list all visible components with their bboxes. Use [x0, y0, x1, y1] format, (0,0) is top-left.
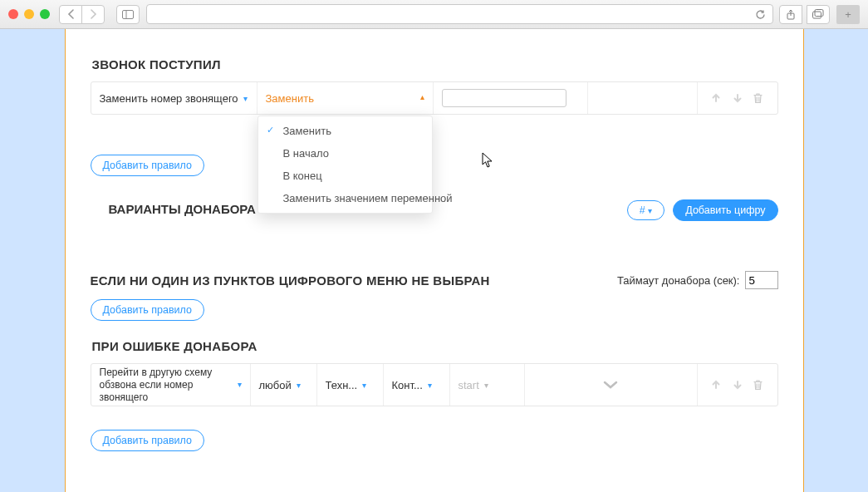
viewport: ЗВОНОК ПОСТУПИЛ Заменить номер звонящего… — [0, 29, 868, 492]
err-action-label: Перейти в другую схему обзвона если номе… — [100, 367, 233, 404]
move-up-button[interactable] — [706, 92, 727, 104]
dropdown-option-label: В начало — [283, 147, 329, 160]
section-incoming-title: ЗВОНОК ПОСТУПИЛ — [92, 57, 778, 71]
chevron-down-icon: ▾ — [428, 381, 432, 390]
dropdown-option[interactable]: Заменить значением переменной — [258, 187, 432, 209]
section-variants-title: ВАРИАНТЫ ДОНАБОРА — [109, 202, 256, 216]
timeout-label: Таймаут донабора (сек): — [617, 274, 740, 287]
rule-row-incoming: Заменить номер звонящего ▾ Заменить ▾ ✓ … — [91, 81, 778, 115]
err-p2-label: Конт... — [392, 379, 423, 391]
svg-rect-4 — [815, 10, 823, 17]
add-rule-button[interactable]: Добавить правило — [91, 430, 204, 451]
chevron-down-icon: ▾ — [243, 94, 248, 103]
rule-op-cell: Заменить ▾ ✓ Заменить В начало В конец — [257, 82, 434, 114]
arrow-up-icon — [710, 92, 722, 104]
arrow-down-icon — [732, 92, 743, 104]
dropdown-option[interactable]: В начало — [258, 142, 432, 165]
toolbar-right — [780, 5, 830, 24]
minimize-window-icon[interactable] — [24, 9, 34, 19]
section-error-title: ПРИ ОШИБКЕ ДОНАБОРА — [92, 339, 778, 353]
tabs-button[interactable] — [807, 5, 830, 24]
err-action-cell: Перейти в другую схему обзвона если номе… — [91, 364, 251, 406]
share-button[interactable] — [779, 5, 802, 24]
hash-label: # — [640, 204, 645, 216]
rule-op-label: Заменить — [266, 92, 314, 105]
rule-row-error: Перейти в другую схему обзвона если номе… — [91, 363, 778, 406]
trash-icon — [753, 92, 763, 104]
timeout-field: Таймаут донабора (сек): — [617, 271, 778, 289]
move-down-button[interactable] — [727, 92, 748, 104]
chevron-down-icon: ▾ — [362, 381, 366, 390]
err-p3-select[interactable]: start ▾ — [459, 379, 488, 391]
err-expand-cell — [525, 364, 698, 406]
dropdown-option[interactable]: В конец — [258, 165, 432, 187]
nav-back-forward — [60, 5, 105, 24]
err-cond-select[interactable]: любой ▾ — [259, 379, 301, 391]
rule-field-label: Заменить номер звонящего — [100, 92, 238, 105]
timeout-input[interactable] — [745, 271, 778, 289]
err-cond-cell: любой ▾ — [251, 364, 317, 406]
rule-field-select[interactable]: Заменить номер звонящего ▾ — [100, 92, 248, 105]
arrow-up-icon — [710, 379, 722, 391]
dropdown-option[interactable]: ✓ Заменить — [258, 120, 432, 142]
rule-spacer — [588, 82, 698, 114]
check-icon: ✓ — [267, 125, 274, 135]
dropdown-option-label: Заменить значением переменной — [283, 192, 453, 204]
chevron-down-icon: ▾ — [297, 381, 301, 390]
err-p3-label: start — [459, 379, 479, 391]
maximize-window-icon[interactable] — [40, 9, 50, 19]
dropdown-option-label: Заменить — [283, 125, 331, 137]
back-button[interactable] — [59, 5, 82, 24]
section-none-title: ЕСЛИ НИ ОДИН ИЗ ПУНКТОВ ЦИФРОВОГО МЕНЮ Н… — [91, 273, 490, 288]
add-digit-button[interactable]: Добавить цифру — [673, 199, 777, 221]
rule-field-cell: Заменить номер звонящего ▾ — [91, 82, 257, 114]
expand-button[interactable] — [603, 380, 618, 390]
err-cond-label: любой — [259, 379, 292, 391]
rule-value-input[interactable] — [442, 89, 566, 107]
reload-icon — [755, 9, 766, 20]
delete-button[interactable] — [748, 379, 768, 391]
err-p1-select[interactable]: Техн... ▾ — [326, 379, 367, 391]
trash-icon — [753, 379, 763, 391]
rule-op-select[interactable]: Заменить ▾ — [266, 92, 424, 105]
browser-toolbar: + — [0, 0, 868, 29]
address-bar[interactable] — [146, 4, 773, 24]
err-action-select[interactable]: Перейти в другую схему обзвона если номе… — [100, 367, 242, 404]
chevron-up-icon: ▾ — [420, 94, 424, 103]
sidebar-toggle-button[interactable] — [116, 5, 140, 24]
err-p2-cell: Конт... ▾ — [384, 364, 450, 406]
rule-value-cell — [434, 82, 588, 114]
chevron-down-icon: ▾ — [484, 381, 488, 390]
move-down-button[interactable] — [727, 379, 748, 391]
err-p1-label: Техн... — [326, 379, 358, 391]
page-content: ЗВОНОК ПОСТУПИЛ Заменить номер звонящего… — [65, 29, 804, 492]
dropdown-option-label: В конец — [283, 170, 322, 182]
forward-button[interactable] — [81, 5, 105, 24]
arrow-down-icon — [732, 379, 743, 391]
close-window-icon[interactable] — [8, 9, 18, 19]
add-rule-button[interactable]: Добавить правило — [91, 155, 204, 176]
chevron-down-icon: ▾ — [648, 206, 652, 215]
rule-op-dropdown: ✓ Заменить В начало В конец Заменить зна… — [257, 116, 433, 214]
chevron-down-icon: ▾ — [238, 380, 242, 391]
err-p1-cell: Техн... ▾ — [317, 364, 384, 406]
delete-button[interactable] — [748, 92, 768, 104]
svg-rect-0 — [123, 10, 134, 18]
window-controls — [8, 9, 50, 19]
move-up-button[interactable] — [706, 379, 727, 391]
err-p3-cell: start ▾ — [450, 364, 525, 406]
rule-actions — [698, 82, 777, 114]
svg-rect-3 — [813, 12, 821, 18]
err-p2-select[interactable]: Конт... ▾ — [392, 379, 432, 391]
add-rule-button[interactable]: Добавить правило — [91, 299, 204, 321]
new-tab-button[interactable]: + — [836, 5, 860, 24]
chevron-down-icon — [603, 380, 618, 390]
err-actions — [698, 364, 777, 406]
hash-select[interactable]: # ▾ — [627, 200, 664, 220]
